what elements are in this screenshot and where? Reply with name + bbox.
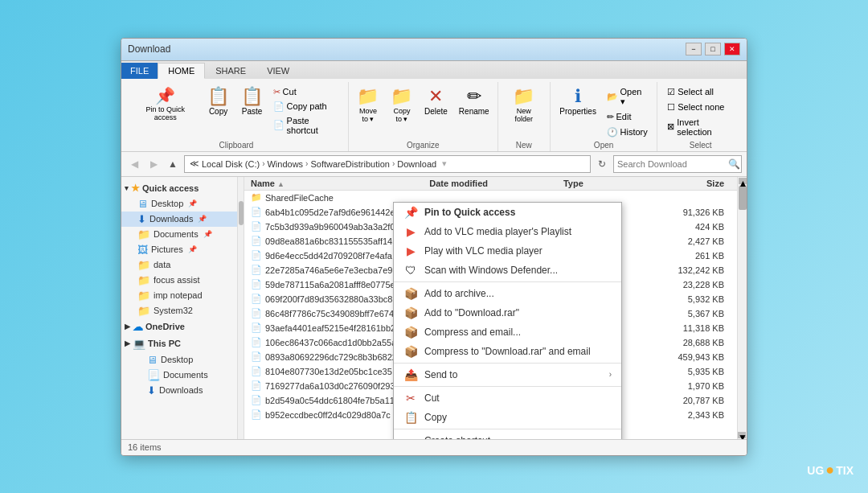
pin-icon: 📌 xyxy=(155,88,175,104)
file-name: 93aefa4401eaf5215e4f28161bb2 xyxy=(265,323,395,333)
invert-icon: ⊠ xyxy=(667,121,674,132)
pictures-pin-icon: 📌 xyxy=(188,245,197,253)
ribbon-tab-bar: FILE HOME SHARE VIEW xyxy=(121,61,747,79)
sidebar-item-quick-access[interactable]: ▾ ★ Quick access xyxy=(121,180,237,196)
ribbon-content: 📌 Pin to Quick access 📋 Copy 📋 Paste xyxy=(121,79,747,151)
ctx-vlc-play[interactable]: ▶ Play with VLC media player xyxy=(394,241,621,261)
file-icon: 📄 xyxy=(251,279,262,290)
path-sep-1: › xyxy=(262,159,264,168)
new-group-label: New xyxy=(516,139,532,150)
file-size: 28,688 KB xyxy=(653,338,731,347)
ctx-vlc-playlist-label: Add to VLC media player's Playlist xyxy=(424,226,571,237)
copy-button[interactable]: 📋 Copy xyxy=(203,85,234,118)
tab-home[interactable]: HOME xyxy=(158,63,205,79)
sidebar-item-data[interactable]: 📁 data xyxy=(121,257,237,273)
cut-button[interactable]: ✂ Cut xyxy=(270,85,342,99)
move-to-button[interactable]: 📁 Moveto ▾ xyxy=(353,85,383,125)
file-size: 11,318 KB xyxy=(653,323,731,333)
paste-shortcut-button[interactable]: 📄 Paste shortcut xyxy=(270,114,342,137)
sidebar-item-desktop-pc[interactable]: 🖥 Desktop xyxy=(121,352,237,368)
open-group: ℹ Properties 📂 Open ▾ ✏ Edit � xyxy=(551,82,657,151)
pin-to-quick-access-button[interactable]: 📌 Pin to Quick access xyxy=(131,85,200,125)
properties-button[interactable]: ℹ Properties xyxy=(556,85,600,118)
documents-folder-icon: 📁 xyxy=(137,228,150,240)
ctx-vlc-playlist[interactable]: ▶ Add to VLC media player's Playlist xyxy=(394,222,621,241)
rename-button[interactable]: ✏ Rename xyxy=(455,85,493,118)
file-name: 59de787115a6a2081afff8e0775e xyxy=(265,280,395,290)
rename-icon: ✏ xyxy=(467,88,481,105)
up-button[interactable]: ▲ xyxy=(165,156,181,172)
ctx-compress-rar-email[interactable]: 📦 Compress to "Download.rar" and email xyxy=(394,342,621,361)
scroll-thumb[interactable] xyxy=(739,186,747,210)
organize-group: 📁 Moveto ▾ 📁 Copyto ▾ ✕ Delete ✏ Rename xyxy=(349,82,498,151)
ctx-archive-icon: 📦 xyxy=(403,287,418,300)
open-button[interactable]: 📂 Open ▾ xyxy=(604,85,652,109)
close-button[interactable]: ✕ xyxy=(724,43,740,55)
forward-button[interactable]: ▶ xyxy=(145,156,162,172)
context-menu: 📌 Pin to Quick access ▶ Add to VLC media… xyxy=(393,202,622,439)
sidebar-item-downloads-qa[interactable]: ⬇ Downloads 📌 xyxy=(121,212,237,227)
scroll-down-arrow[interactable]: ▼ xyxy=(738,432,746,438)
search-input[interactable] xyxy=(617,159,728,169)
select-all-button[interactable]: ☑ Select all xyxy=(664,85,737,99)
desktop-label: Desktop xyxy=(151,199,183,208)
sidebar-item-documents-pc[interactable]: 📃 Documents xyxy=(121,368,237,383)
ctx-add-download-rar[interactable]: 📦 Add to "Download.rar" xyxy=(394,303,621,323)
vertical-scrollbar[interactable]: ▲ ▼ xyxy=(737,177,747,439)
edit-button[interactable]: ✏ Edit xyxy=(604,110,652,124)
history-button[interactable]: 🕐 History xyxy=(604,125,652,139)
status-bar: 16 items xyxy=(121,439,747,455)
copy-to-button[interactable]: 📁 Copyto ▾ xyxy=(387,85,417,125)
file-size: 5,935 KB xyxy=(653,367,731,376)
sidebar-item-pictures-qa[interactable]: 🖼 Pictures 📌 xyxy=(121,242,237,257)
path-dropdown-arrow[interactable]: ▾ xyxy=(442,158,447,169)
col-header-date[interactable]: Date modified xyxy=(429,179,563,188)
clipboard-group: 📌 Pin to Quick access 📋 Copy 📋 Paste xyxy=(125,82,349,151)
sidebar-item-onedrive[interactable]: ▶ ☁ OneDrive xyxy=(121,318,237,335)
invert-selection-button[interactable]: ⊠ Invert selection xyxy=(664,116,737,138)
ctx-create-shortcut[interactable]: Create shortcut xyxy=(394,431,621,439)
tab-share[interactable]: SHARE xyxy=(205,63,256,79)
ctx-scan-defender[interactable]: 🛡 Scan with Windows Defender... xyxy=(394,261,621,280)
ctx-copy[interactable]: 📋 Copy xyxy=(394,408,621,427)
delete-button[interactable]: ✕ Delete xyxy=(420,85,452,118)
col-header-size[interactable]: Size xyxy=(653,179,731,188)
sidebar-item-documents-qa[interactable]: 📁 Documents 📌 xyxy=(121,227,237,242)
back-button[interactable]: ◀ xyxy=(126,156,142,172)
col-header-type[interactable]: Type xyxy=(563,179,653,188)
ctx-copy-icon: 📋 xyxy=(403,411,418,424)
col-header-name[interactable]: Name ▲ xyxy=(251,179,429,188)
ctx-pin-quick-access[interactable]: 📌 Pin to Quick access xyxy=(394,203,621,222)
scroll-up-arrow[interactable]: ▲ xyxy=(739,178,747,184)
ctx-add-archive[interactable]: 📦 Add to archive... xyxy=(394,284,621,303)
refresh-button[interactable]: ↻ xyxy=(594,156,610,172)
ctx-cut[interactable]: ✂ Cut xyxy=(394,388,621,408)
copy-label: Copy xyxy=(209,107,227,116)
ctx-send-to[interactable]: 📤 Send to › xyxy=(394,365,621,384)
minimize-button[interactable]: − xyxy=(686,43,702,55)
paste-button[interactable]: 📋 Paste xyxy=(237,85,268,118)
ctx-copy-label: Copy xyxy=(424,412,447,423)
sidebar-item-focus-assist[interactable]: 📁 focus assist xyxy=(121,273,237,288)
copy-path-button[interactable]: 📄 Copy path xyxy=(270,100,342,113)
sidebar-item-desktop-qa[interactable]: 🖥 Desktop 📌 xyxy=(121,196,237,212)
ctx-vlc-play-label: Play with VLC media player xyxy=(424,245,542,257)
sidebar-item-system32[interactable]: 📁 System32 xyxy=(121,303,237,318)
select-group: ☑ Select all ☐ Select none ⊠ Invert sele… xyxy=(657,82,743,151)
select-none-button[interactable]: ☐ Select none xyxy=(664,101,737,114)
tab-view[interactable]: VIEW xyxy=(256,63,300,79)
sidebar-item-downloads-pc[interactable]: ⬇ Downloads xyxy=(121,383,237,398)
sidebar-item-this-pc[interactable]: ▶ 💻 This PC xyxy=(121,335,237,352)
new-folder-button[interactable]: 📁 Newfolder xyxy=(504,85,544,125)
ctx-compress-email[interactable]: 📦 Compress and email... xyxy=(394,323,621,342)
search-icon: 🔍 xyxy=(728,158,740,170)
tab-file[interactable]: FILE xyxy=(121,63,158,79)
new-group-items: 📁 Newfolder xyxy=(504,85,544,139)
file-list-header: Name ▲ Date modified Type Size xyxy=(244,177,737,191)
sidebar-item-imp-notepad[interactable]: 📁 imp notepad xyxy=(121,288,237,303)
address-path[interactable]: ≪ Local Disk (C:) › Windows › SoftwareDi… xyxy=(184,155,591,173)
paste-label: Paste xyxy=(242,107,263,116)
copy-path-label: Copy path xyxy=(287,101,327,111)
new-folder-icon: 📁 xyxy=(513,88,534,105)
maximize-button[interactable]: □ xyxy=(705,43,721,55)
